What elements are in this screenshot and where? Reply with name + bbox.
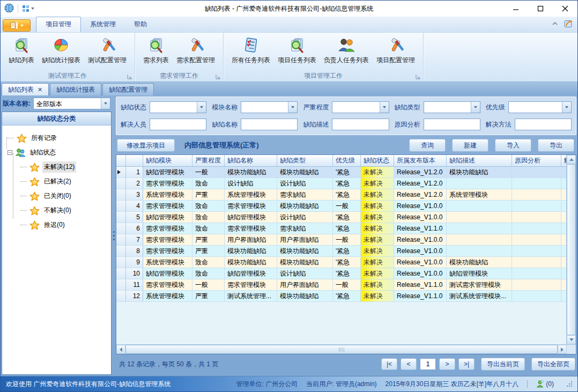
collapse-ribbon-icon[interactable] xyxy=(551,20,559,28)
tree-item[interactable]: 未解决(12) xyxy=(6,160,109,174)
dialog-launcher-icon[interactable] xyxy=(416,75,420,79)
grid-header-cell[interactable]: 缺陷描述 xyxy=(447,155,512,166)
row-selector-cell[interactable] xyxy=(116,257,126,268)
message-indicator[interactable]: (0) xyxy=(536,380,554,388)
close-tab-icon[interactable]: ✕ xyxy=(38,87,42,93)
filter-input-解决方法[interactable] xyxy=(515,119,572,130)
dialog-launcher-icon[interactable] xyxy=(216,75,220,79)
scroll-right-icon[interactable] xyxy=(558,345,567,354)
table-row[interactable]: 10缺陷管理模块致命缺陷管理模块设计缺陷'紧急未解决Release_V1.0.0… xyxy=(116,268,566,279)
ribbon-button[interactable]: 所有任务列表 xyxy=(229,35,273,66)
row-selector-cell[interactable] xyxy=(116,246,126,256)
export-button[interactable]: 导出 xyxy=(538,139,574,152)
dropdown-icon[interactable] xyxy=(562,102,571,113)
query-button[interactable]: 查询 xyxy=(409,139,446,152)
last-page-button[interactable]: >| xyxy=(458,358,475,370)
ribbon-button[interactable]: 项目配置管理 xyxy=(374,35,418,66)
version-combobox[interactable]: 全部版本 xyxy=(33,98,110,109)
doc-tab-2[interactable]: 缺陷配置管理 xyxy=(102,83,154,95)
filter-combobox-严重程度[interactable] xyxy=(332,101,389,113)
tree-expand-icon[interactable]: − xyxy=(8,150,12,155)
help-about-icon[interactable] xyxy=(564,19,573,29)
vertical-scrollbar[interactable] xyxy=(566,155,576,344)
dialog-launcher-icon[interactable] xyxy=(127,75,132,79)
quick-access-layout-icon[interactable] xyxy=(22,5,34,12)
table-row[interactable]: 1缺陷管理模块一般模块功能缺陷模块功能缺陷'紧急未解决Release_V1.2.… xyxy=(116,167,566,178)
grid-header-cell[interactable]: 缺陷类型 xyxy=(277,155,333,166)
filter-combobox-缺陷类型[interactable] xyxy=(424,101,480,113)
ribbon-button[interactable]: 缺陷列表 xyxy=(6,35,37,66)
dropdown-icon[interactable] xyxy=(380,102,389,113)
row-selector-cell[interactable] xyxy=(116,178,126,189)
dropdown-icon[interactable] xyxy=(197,102,206,113)
row-selector-cell[interactable] xyxy=(116,212,126,223)
page-number-input[interactable]: 1 xyxy=(420,358,436,370)
resize-grip[interactable] xyxy=(567,381,572,387)
first-page-button[interactable]: |< xyxy=(381,358,397,370)
filter-combobox-缺陷状态[interactable] xyxy=(150,101,206,113)
row-selector-cell[interactable] xyxy=(116,268,126,279)
doc-tab-1[interactable]: 缺陷统计报表 xyxy=(50,83,101,95)
scroll-up-icon[interactable] xyxy=(567,155,576,164)
minimize-button[interactable] xyxy=(503,1,528,17)
tree-item[interactable]: −缺陷状态 xyxy=(6,145,109,160)
ribbon-button[interactable]: 负责人任务列表 xyxy=(321,35,372,66)
application-menu-button[interactable] xyxy=(3,19,31,32)
horizontal-scrollbar[interactable] xyxy=(116,344,576,354)
import-button[interactable]: 导入 xyxy=(495,139,531,152)
vertical-scrollbar-thumb[interactable] xyxy=(567,164,576,335)
maximize-button[interactable] xyxy=(528,1,553,17)
table-row[interactable]: 2需求管理模块致命设计缺陷设计缺陷'紧急未解决Release_V1.2.0 xyxy=(116,178,566,189)
filter-input-解决人员[interactable] xyxy=(150,119,206,130)
row-selector-cell[interactable] xyxy=(116,291,126,301)
dropdown-icon[interactable] xyxy=(471,102,480,113)
dropdown-icon[interactable] xyxy=(288,102,297,113)
ribbon-button[interactable]: 测试配置管理 xyxy=(85,35,129,66)
table-row[interactable]: 11需求管理模块一般需求管理模块用户界面缺陷一般未解决Release_V1.1.… xyxy=(116,279,566,291)
filter-input-原因分析[interactable] xyxy=(424,119,480,130)
grid-header-cell[interactable]: 缺陷状态 xyxy=(361,155,394,166)
ribbon-button[interactable]: 需求列表 xyxy=(140,35,172,66)
grid-header-cell[interactable]: 原因分析 xyxy=(512,155,561,166)
table-row[interactable]: 5缺陷管理模块致命缺陷管理模块设计缺陷'紧急未解决Release_V1.0.0 xyxy=(116,212,566,223)
table-row[interactable]: 7需求管理模块严重用户界面缺陷用户界面缺陷一般未解决Release_V1.0.0 xyxy=(116,234,566,246)
grid-header-cell[interactable]: 缺陷名称 xyxy=(225,155,277,166)
tree-item[interactable]: 所有记录 xyxy=(6,131,109,145)
ribbon-button[interactable]: 需求配置管理 xyxy=(174,35,218,66)
filter-input-缺陷描述[interactable] xyxy=(332,119,389,130)
grid-header-cell[interactable]: 严重程度 xyxy=(192,155,225,166)
filter-combobox-优先级[interactable] xyxy=(508,101,572,113)
grid-header-cell[interactable]: 解决方法 xyxy=(561,155,566,166)
tree-item[interactable]: 推迟(0) xyxy=(6,218,109,232)
filter-input-缺陷名称[interactable] xyxy=(241,119,298,130)
row-selector-cell[interactable] xyxy=(116,223,126,234)
row-selector-cell[interactable] xyxy=(116,279,126,290)
scroll-left-icon[interactable] xyxy=(116,345,125,354)
horizontal-scrollbar-thumb[interactable] xyxy=(125,345,558,354)
tree-item[interactable]: 已关闭(0) xyxy=(6,189,109,203)
ribbon-tab-project[interactable]: 项目管理 xyxy=(36,17,81,32)
table-row[interactable]: 4需求管理模块致命需求管理模块模块功能缺陷一般未解决Release_V1.0.0 xyxy=(116,201,566,212)
grid-header-cell[interactable] xyxy=(116,155,126,166)
table-row[interactable]: 9系统管理模块致命模块功能缺陷模块功能缺陷'紧急未解决Release_V1.0.… xyxy=(116,257,566,268)
table-row[interactable]: 3系统管理模块严重系统管理模块需求缺陷'紧急未解决Release_V1.2.0系… xyxy=(116,189,566,201)
version-combobox-dropdown-icon[interactable] xyxy=(101,98,110,109)
next-page-button[interactable]: > xyxy=(439,358,455,370)
ribbon-button[interactable]: 项目任务列表 xyxy=(275,35,319,66)
row-selector-cell[interactable] xyxy=(116,167,126,177)
row-selector-cell[interactable] xyxy=(116,234,126,245)
grid-header-cell[interactable] xyxy=(126,155,143,166)
row-selector-cell[interactable] xyxy=(116,189,126,200)
grid-header-cell[interactable]: 缺陷模块 xyxy=(143,155,192,166)
sidebar-splitter[interactable] xyxy=(112,97,116,375)
table-row[interactable]: 12系统管理模块严重测试系统管理...模块功能缺陷'紧急未解决Release_V… xyxy=(116,291,566,302)
table-row[interactable]: 6需求管理模块致命需求管理模块需求缺陷'紧急未解决Release_V1.1.0 xyxy=(116,223,566,234)
tree-item[interactable]: 已解决(2) xyxy=(6,174,109,189)
ribbon-tab-system[interactable]: 系统管理 xyxy=(81,17,125,32)
ribbon-tab-help[interactable]: 帮助 xyxy=(125,17,156,32)
export-current-page-button[interactable]: 导出当前页 xyxy=(481,358,525,371)
ribbon-button[interactable]: 缺陷统计报表 xyxy=(39,35,83,66)
filter-combobox-模块名称[interactable] xyxy=(241,101,298,113)
row-selector-cell[interactable] xyxy=(116,201,126,211)
grid-header-cell[interactable]: 所属发布版本 xyxy=(394,155,447,166)
